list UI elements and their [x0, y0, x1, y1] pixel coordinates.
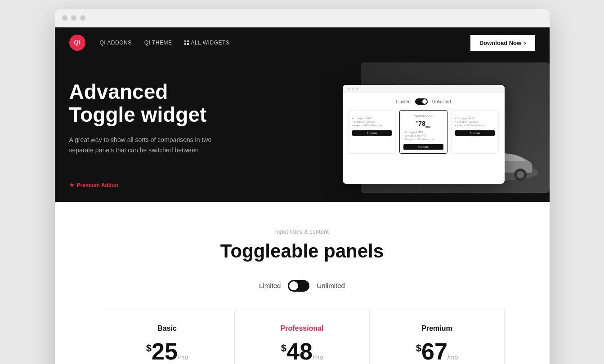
- toggle-switch-dot: [289, 281, 298, 290]
- hero-badge: ★ Premium Addon: [69, 182, 213, 188]
- section-title: Toggleable panels: [69, 240, 535, 262]
- section-label: Input titles & content: [69, 229, 535, 235]
- toggle-left-label: Limited: [259, 282, 281, 289]
- hero-section: Qi QI ADDONS QI THEME ALL WIDGETS Downlo…: [55, 27, 550, 202]
- plan-price-professional: $48/mo: [281, 338, 323, 364]
- browser-window: Qi QI ADDONS QI THEME ALL WIDGETS Downlo…: [55, 9, 550, 364]
- tablet-mockup: Limited Unlimited • Untagged MP3: [343, 85, 505, 184]
- tablet-plan-premium: • Untagged MP3 • Set up to 100 mix • Kee…: [451, 110, 499, 154]
- pricing-card-premium: Premium $67/mo Untagged MP3: [370, 310, 505, 364]
- plan-price-basic: $25/mo: [146, 338, 188, 364]
- tablet-plan-professional: Professional $78/mo • Untagged MP3 • Set…: [399, 110, 447, 154]
- tablet-professional-btn[interactable]: Promote: [403, 144, 443, 150]
- hero-title: Advanced Toggle widget: [69, 80, 213, 126]
- arrow-right-icon: ›: [524, 40, 526, 46]
- browser-dot-red: [62, 15, 67, 21]
- tablet-dot-3: [356, 88, 359, 90]
- toggle-right-label: Unlimited: [317, 282, 345, 289]
- tablet-body: Limited Unlimited • Untagged MP3: [343, 93, 505, 159]
- tablet-toggle-left-label: Limited: [396, 99, 411, 104]
- tablet-professional-name: Professional: [403, 114, 443, 118]
- nav-links: QI ADDONS QI THEME ALL WIDGETS: [100, 40, 230, 46]
- grid-icon: [184, 40, 189, 45]
- browser-content: Qi QI ADDONS QI THEME ALL WIDGETS Downlo…: [55, 27, 550, 364]
- tablet-bar: [343, 85, 505, 93]
- nav-link-widgets[interactable]: ALL WIDGETS: [184, 40, 229, 46]
- plan-name-basic: Basic: [115, 324, 220, 333]
- nav-link-addons[interactable]: QI ADDONS: [100, 40, 132, 46]
- tablet-professional-price: $78/mo: [403, 120, 443, 128]
- main-content: Input titles & content Toggleable panels…: [55, 202, 550, 364]
- hero-description: A great way to show all sorts of compari…: [69, 135, 213, 155]
- star-icon: ★: [69, 182, 74, 188]
- logo-icon: Qi: [69, 35, 85, 51]
- nav-link-theme[interactable]: QI THEME: [144, 40, 172, 46]
- tablet-pricing-cards: • Untagged MP3 • Set up to 100 mix • Kee…: [348, 110, 499, 154]
- logo[interactable]: Qi: [69, 35, 85, 51]
- browser-dot-yellow: [71, 15, 76, 21]
- browser-titlebar: [55, 9, 550, 27]
- tablet-toggle-switch[interactable]: [415, 98, 428, 105]
- plan-name-premium: Premium: [385, 324, 490, 333]
- plan-name-professional: Professional: [250, 324, 355, 333]
- pricing-card-professional: Professional $48/mo Untagged MP3: [235, 310, 370, 364]
- plan-price-premium: $67/mo: [416, 338, 458, 364]
- tablet-toggle-right-label: Unlimited: [432, 99, 451, 104]
- tablet-plan-basic: • Untagged MP3 • Set up to 100 mix • Kee…: [348, 110, 396, 154]
- toggle-switch[interactable]: [288, 280, 309, 292]
- price-wrapper-basic: $25/mo: [115, 340, 220, 363]
- navbar: Qi QI ADDONS QI THEME ALL WIDGETS Downlo…: [55, 27, 550, 58]
- tablet-dot-1: [347, 88, 350, 90]
- tablet-premium-btn[interactable]: Promote: [455, 130, 495, 136]
- browser-dot-green: [80, 15, 85, 21]
- hero-visuals: Pushing automotive craftsmanship to exqu…: [253, 58, 550, 202]
- download-now-button[interactable]: Download Now ›: [470, 35, 535, 51]
- pricing-cards: Basic $25/mo Untagged MP3 Professional $…: [100, 310, 505, 364]
- pricing-card-basic: Basic $25/mo Untagged MP3: [100, 310, 235, 364]
- tablet-dot-2: [352, 88, 354, 90]
- svg-point-4: [517, 171, 524, 178]
- price-wrapper-premium: $67/mo: [385, 340, 490, 363]
- tablet-basic-btn[interactable]: Promote: [352, 130, 392, 136]
- tablet-toggle-row: Limited Unlimited: [348, 98, 499, 105]
- price-wrapper-professional: $48/mo: [250, 340, 355, 363]
- tablet-toggle-dot: [422, 99, 427, 104]
- hero-text: Advanced Toggle widget A great way to sh…: [69, 76, 213, 188]
- toggle-section: Limited Unlimited: [69, 280, 535, 292]
- hero-body: Advanced Toggle widget A great way to sh…: [55, 58, 550, 202]
